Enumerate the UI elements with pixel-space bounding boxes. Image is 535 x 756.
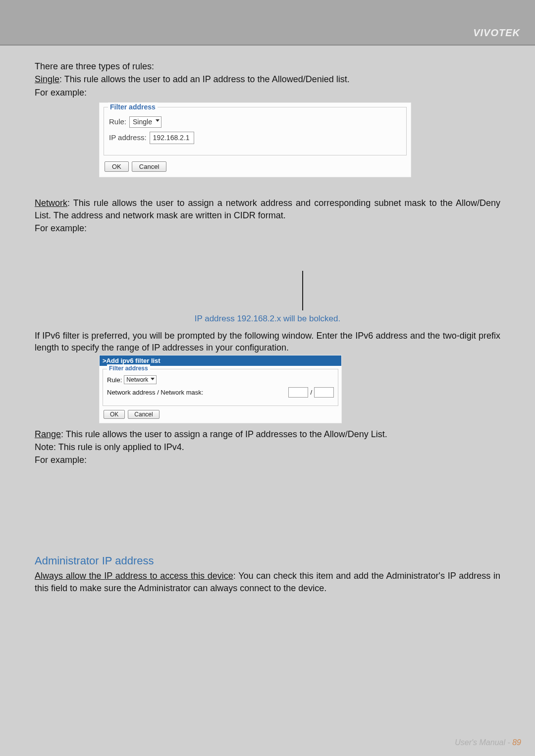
page-footer: User's Manual - 89 [455, 738, 521, 747]
for-example-2: For example: [35, 222, 500, 234]
ipv6-button-row: OK Cancel [100, 409, 341, 423]
ip-address-input[interactable]: 192.168.2.1 [150, 132, 194, 144]
ip-label: IP address: [109, 133, 147, 143]
ok-button[interactable]: OK [105, 161, 129, 172]
cancel-button[interactable]: Cancel [128, 410, 159, 419]
ipv6-note: If IPv6 filter is preferred, you will be… [35, 330, 500, 354]
ip-row: IP address: 192.168.2.1 [109, 132, 401, 144]
ipv6-rule-row: Rule: Network [107, 375, 334, 384]
page-content: There are three types of rules: Single: … [0, 46, 535, 594]
ipv6-mask-row: Network address / Network mask: / [107, 387, 334, 397]
chevron-down-icon [156, 119, 160, 122]
slash-label: / [310, 388, 312, 397]
ipv6-rule-value: Network [126, 376, 148, 383]
rule-single-label: Single [35, 74, 59, 84]
ipv6-legend: Filter address [107, 364, 150, 372]
ipv6-fieldset: Filter address Rule: Network Network add… [103, 369, 338, 405]
ipv6-rule-label: Rule: [107, 376, 122, 385]
rule-range-label: Range [35, 429, 61, 439]
rule-network-desc: : This rule allows the user to assign a … [35, 198, 500, 220]
blocked-caption: IP address 192.168.2.x will be bolcked. [35, 313, 500, 325]
rule-select[interactable]: Single [129, 116, 161, 128]
ipv6-mask-label: Network address / Network mask: [107, 388, 203, 397]
admin-allow-label: Always allow the IP address to access th… [35, 571, 233, 581]
range-example-placeholder [99, 469, 500, 549]
footer-text: User's Manual - [455, 738, 512, 747]
ipv6-address-input[interactable] [288, 387, 308, 397]
range-para: Range: This rule allows the user to assi… [35, 428, 500, 440]
network-para: Network: This rule allows the user to as… [35, 197, 500, 221]
rule-range-desc: : This rule allows the user to assign a … [61, 429, 387, 439]
admin-ip-title: Administrator IP address [35, 554, 500, 568]
page-header: VIVOTEK [0, 0, 535, 45]
filter-address-box-single: Filter address Rule: Single IP address: … [99, 102, 411, 177]
for-example-1: For example: [35, 87, 500, 99]
intro-single: Single: This rule allows the user to add… [35, 73, 500, 85]
rule-network-label: Network [35, 198, 67, 208]
range-note: Note: This rule is only applied to IPv4. [35, 441, 500, 453]
filter-legend: Filter address [108, 102, 158, 112]
chevron-down-icon [151, 378, 155, 380]
ipv6-mask-inputs: / [288, 387, 334, 397]
rule-select-value: Single [133, 118, 152, 126]
page-number: 89 [512, 738, 521, 747]
ok-button[interactable]: OK [104, 410, 125, 419]
brand-logo: VIVOTEK [473, 27, 520, 39]
ipv6-rule-select[interactable]: Network [124, 375, 157, 384]
rule-label: Rule: [109, 117, 126, 127]
admin-para: Always allow the IP address to access th… [35, 570, 500, 594]
ipv6-prefix-input[interactable] [314, 387, 334, 397]
ipv6-filter-box: >Add ipv6 filter list Filter address Rul… [99, 355, 342, 423]
button-row: OK Cancel [100, 159, 411, 177]
arrow-line-icon [302, 271, 303, 310]
for-example-3: For example: [35, 454, 500, 466]
cancel-button[interactable]: Cancel [132, 161, 166, 172]
filter-fieldset: Filter address Rule: Single IP address: … [104, 107, 407, 155]
network-example-placeholder [99, 237, 500, 311]
intro-line1: There are three types of rules: [35, 60, 500, 72]
rule-single-desc: : This rule allows the user to add an IP… [59, 74, 350, 84]
rule-row: Rule: Single [109, 116, 401, 128]
